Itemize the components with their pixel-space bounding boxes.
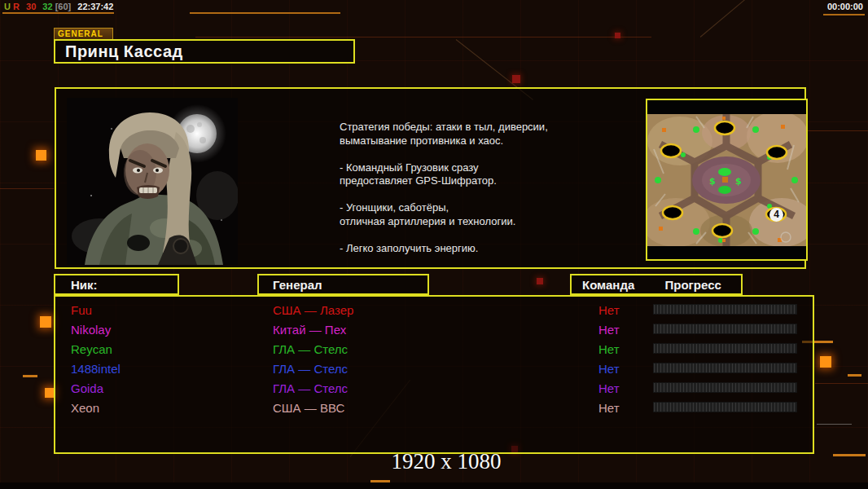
player-general: ГЛА — Стелс	[273, 342, 348, 356]
player-general: США — Лазер	[273, 303, 353, 317]
stat-segment: R	[13, 2, 20, 11]
dim-square	[512, 75, 520, 83]
portrait-art	[67, 98, 238, 265]
accent-dash	[848, 374, 861, 377]
resolution-label: 1920 x 1080	[0, 449, 868, 474]
gray-dash	[817, 424, 852, 425]
glow-square	[36, 150, 46, 161]
player-progress-bar	[653, 402, 797, 412]
table-row: Goida ГЛА — Стелс Нет	[55, 378, 813, 398]
table-row: Nikolay Китай — Пех Нет	[55, 319, 813, 339]
header-progress-label: Прогресс	[664, 278, 721, 292]
player-nick: Reycan	[71, 342, 112, 356]
bg-trace	[0, 188, 54, 189]
table-row: Fuu США — Лазер Нет	[55, 300, 813, 319]
minimap-panel: $$	[646, 99, 808, 261]
table-row: 1488intel ГЛА — Стелс Нет	[55, 359, 813, 378]
bg-trace	[815, 383, 868, 384]
clock-readout: 22:37:42	[77, 2, 113, 11]
top-rule-left	[2, 12, 114, 14]
stat-segment: 30	[26, 2, 36, 11]
player-list-panel: Fuu США — Лазер Нет Nikolay Китай — Пех …	[54, 295, 814, 454]
stat-segment: 32	[42, 2, 52, 11]
general-portrait	[67, 98, 238, 265]
dim-square	[537, 278, 543, 284]
start-position-badge: 4	[769, 208, 783, 222]
player-progress-bar	[653, 324, 797, 334]
player-general: ГЛА — Стелс	[273, 381, 348, 395]
general-tab-label: GENERAL	[54, 28, 113, 39]
top-rule-right	[823, 14, 865, 15]
strategy-briefing-text: Стратегия победы: атаки в тыл, диверсии,…	[340, 121, 608, 255]
bottom-strip	[0, 482, 868, 489]
header-nick: Ник:	[54, 274, 179, 295]
dim-square	[615, 33, 620, 38]
player-nick: 1488intel	[71, 362, 121, 376]
glow-square	[820, 356, 831, 368]
svg-text:$: $	[735, 176, 742, 187]
player-progress-bar	[653, 304, 797, 315]
player-team: Нет	[598, 323, 620, 337]
glow-square	[40, 316, 51, 328]
header-team-progress: Команда Прогресс	[570, 274, 743, 295]
bg-trace-diagonal	[700, 0, 757, 37]
minimap-image: $$	[647, 100, 806, 259]
player-nick: Goida	[71, 381, 103, 395]
table-row: Xeon США — ВВС Нет	[55, 398, 813, 417]
stat-segment: U	[4, 2, 11, 11]
top-rule-mid	[190, 12, 340, 14]
player-team: Нет	[598, 342, 620, 356]
header-general: Генерал	[257, 274, 429, 295]
table-row: Reycan ГЛА — Стелс Нет	[55, 339, 813, 359]
general-name-title: Принц Кассад	[54, 39, 355, 64]
bg-trace	[195, 37, 651, 37]
player-progress-bar	[653, 343, 797, 354]
network-stats-overlay: U R 30 32 [60] 22:37:42	[4, 2, 117, 11]
player-progress-bar	[653, 363, 797, 373]
bg-trace	[807, 130, 868, 131]
header-team-label: Команда	[582, 278, 634, 292]
loading-screen: U R 30 32 [60] 22:37:42 00:00:00 GENERAL…	[0, 0, 868, 489]
player-general: Китай — Пех	[273, 323, 346, 337]
player-team: Нет	[598, 381, 620, 395]
player-team: Нет	[598, 362, 620, 376]
player-progress-bar	[653, 382, 797, 393]
general-bio-panel: Стратегия победы: атаки в тыл, диверсии,…	[55, 87, 806, 269]
svg-text:$: $	[709, 176, 716, 187]
match-timer: 00:00:00	[827, 2, 863, 11]
player-general: ГЛА — Стелс	[273, 362, 348, 376]
player-nick: Xeon	[71, 401, 99, 415]
stat-segment: [60]	[55, 2, 72, 11]
player-nick: Fuu	[71, 303, 92, 317]
player-general: США — ВВС	[273, 401, 344, 415]
player-nick: Nikolay	[71, 323, 111, 337]
accent-dash	[23, 375, 37, 377]
player-team: Нет	[598, 303, 620, 317]
player-team: Нет	[598, 401, 620, 415]
